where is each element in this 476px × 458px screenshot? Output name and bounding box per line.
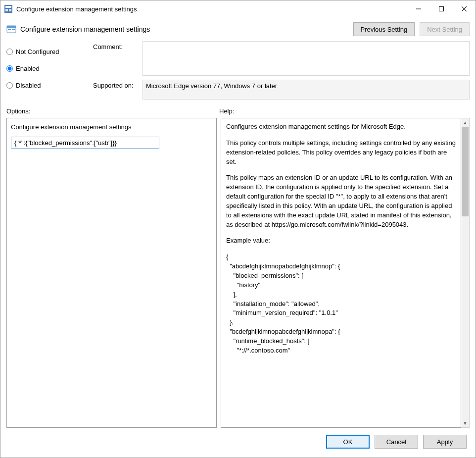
titlebar: Configure extension management settings bbox=[0, 0, 476, 17]
supported-on-field: Microsoft Edge version 77, Windows 7 or … bbox=[143, 80, 470, 100]
policy-icon bbox=[6, 24, 16, 34]
scroll-thumb[interactable] bbox=[462, 127, 469, 216]
radio-disabled[interactable]: Disabled bbox=[6, 77, 93, 94]
help-example: { "abcdefghijklmnopabcdefghijklmnop": { … bbox=[226, 253, 456, 355]
panels: Configure extension management settings … bbox=[0, 118, 476, 428]
option-value-input[interactable] bbox=[11, 137, 159, 149]
radio-enabled[interactable]: Enabled bbox=[6, 60, 93, 77]
header: Configure extension management settings … bbox=[0, 17, 476, 39]
cancel-button[interactable]: Cancel bbox=[375, 435, 418, 449]
app-icon bbox=[4, 5, 12, 13]
close-button[interactable] bbox=[453, 1, 476, 16]
policy-editor-window: Configure extension management settings … bbox=[0, 0, 476, 458]
supported-on-label: Supported on: bbox=[93, 80, 143, 89]
radio-label: Disabled bbox=[16, 82, 41, 89]
next-setting-button: Next Setting bbox=[420, 22, 470, 36]
comment-label: Comment: bbox=[93, 41, 143, 51]
help-text: This policy maps an extension ID or an u… bbox=[226, 173, 456, 229]
previous-setting-button[interactable]: Previous Setting bbox=[353, 22, 415, 36]
policy-title: Configure extension management settings bbox=[20, 25, 353, 33]
footer: OK Cancel Apply bbox=[0, 428, 476, 458]
state-radio-group: Not Configured Enabled Disabled bbox=[6, 41, 93, 100]
help-scrollbar[interactable]: ▲ ▼ bbox=[461, 118, 470, 428]
svg-rect-5 bbox=[439, 7, 444, 11]
radio-label: Not Configured bbox=[16, 48, 59, 55]
svg-rect-3 bbox=[9, 9, 11, 11]
apply-button[interactable]: Apply bbox=[423, 435, 467, 449]
svg-rect-2 bbox=[5, 9, 8, 11]
svg-line-6 bbox=[462, 6, 467, 11]
help-text: Configures extension management settings… bbox=[226, 122, 456, 132]
radio-label: Enabled bbox=[16, 65, 40, 72]
ok-button[interactable]: OK bbox=[326, 435, 370, 449]
config-area: Not Configured Enabled Disabled Comment:… bbox=[0, 39, 476, 101]
radio-not-configured[interactable]: Not Configured bbox=[6, 43, 93, 60]
scroll-up-icon[interactable]: ▲ bbox=[461, 118, 469, 127]
options-panel: Configure extension management settings bbox=[6, 118, 217, 428]
svg-rect-11 bbox=[12, 29, 15, 30]
svg-rect-9 bbox=[7, 26, 16, 28]
window-title: Configure extension management settings bbox=[16, 5, 407, 13]
help-text: This policy controls multiple settings, … bbox=[226, 139, 456, 167]
help-panel: Configures extension management settings… bbox=[221, 118, 461, 428]
svg-line-7 bbox=[462, 6, 467, 11]
help-header: Help: bbox=[219, 107, 470, 115]
scroll-down-icon[interactable]: ▼ bbox=[461, 419, 469, 427]
comment-field[interactable] bbox=[143, 41, 470, 76]
help-text: Example value: bbox=[226, 236, 456, 246]
option-field-label: Configure extension management settings bbox=[11, 123, 212, 131]
options-header: Options: bbox=[6, 107, 219, 115]
maximize-button[interactable] bbox=[430, 1, 453, 16]
svg-rect-1 bbox=[5, 6, 11, 8]
svg-rect-10 bbox=[8, 29, 11, 30]
section-headers: Options: Help: bbox=[0, 101, 476, 118]
minimize-button[interactable] bbox=[407, 1, 430, 16]
